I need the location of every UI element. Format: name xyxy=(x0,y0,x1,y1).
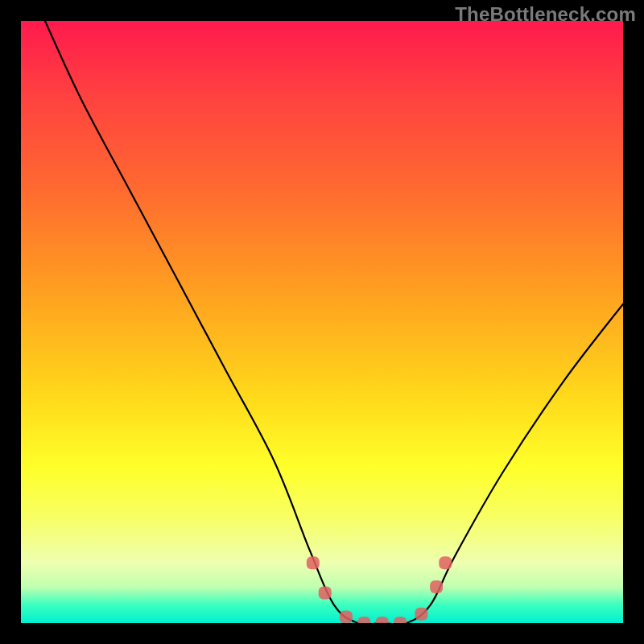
bottleneck-curve xyxy=(45,21,623,623)
chart-plot-area xyxy=(21,21,623,623)
curve-marker xyxy=(307,556,320,569)
curve-marker xyxy=(394,617,407,623)
curve-marker xyxy=(357,617,370,623)
curve-marker xyxy=(439,556,452,569)
curve-marker xyxy=(415,608,427,621)
curve-marker xyxy=(319,587,332,600)
curve-marker xyxy=(340,611,353,624)
curve-marker xyxy=(376,617,389,623)
flat-region-markers xyxy=(307,556,452,623)
bottleneck-curve-svg xyxy=(21,21,623,623)
watermark-text: TheBottleneck.com xyxy=(455,3,636,26)
curve-marker xyxy=(430,580,443,593)
